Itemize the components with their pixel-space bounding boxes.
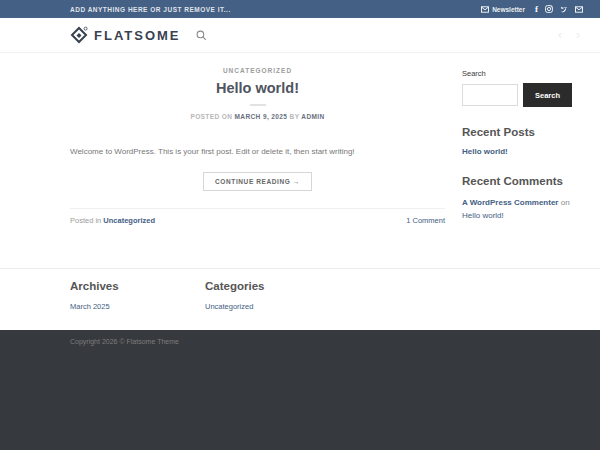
post-footer-meta: Posted in Uncategorized 1 Comment <box>70 208 445 225</box>
topbar-right: Newsletter f <box>481 5 583 13</box>
topbar: ADD ANYTHING HERE OR JUST REMOVE IT... N… <box>0 0 600 18</box>
posted-in: Posted in Uncategorized <box>70 216 155 225</box>
meta-prefix: POSTED ON <box>190 113 232 120</box>
recent-posts-title: Recent Posts <box>462 126 575 138</box>
recent-comments-title: Recent Comments <box>462 175 575 187</box>
facebook-icon[interactable]: f <box>535 6 538 13</box>
footer-widgets: Archives March 2025 Categories Uncategor… <box>0 268 600 330</box>
commenter-link[interactable]: A WordPress Commenter <box>462 198 558 207</box>
meta-date-link[interactable]: MARCH 9, 2025 <box>235 113 288 120</box>
recent-comment-item: A WordPress Commenter on Hello world! <box>462 196 575 222</box>
newsletter-link[interactable]: Newsletter <box>481 6 525 13</box>
instagram-icon[interactable] <box>545 5 553 13</box>
topbar-message: ADD ANYTHING HERE OR JUST REMOVE IT... <box>70 6 231 13</box>
post-category: UNCATEGORIZED <box>70 67 445 74</box>
search-submit-button[interactable]: Search <box>523 83 572 107</box>
twitter-icon[interactable] <box>560 6 568 13</box>
recent-post-link[interactable]: Hello world! <box>462 147 575 156</box>
posted-in-category-link[interactable]: Uncategorized <box>103 216 155 225</box>
title-divider <box>250 104 266 106</box>
posted-in-label: Posted in <box>70 216 103 225</box>
sidebar: Search Search Recent Posts Hello world! … <box>462 53 575 268</box>
search-input[interactable] <box>462 84 518 106</box>
newsletter-label: Newsletter <box>492 6 525 13</box>
search-widget-label: Search <box>462 69 575 78</box>
next-arrow-icon[interactable]: › <box>576 28 580 42</box>
post-title[interactable]: Hello world! <box>70 80 445 96</box>
continue-reading-button[interactable]: CONTINUE READING → <box>203 172 312 191</box>
envelope-icon <box>481 6 489 13</box>
categories-title: Categories <box>205 280 264 292</box>
comments-link[interactable]: 1 Comment <box>406 216 445 225</box>
header-nav-arrows: ‹ › <box>558 28 580 42</box>
categories-widget: Categories Uncategorized <box>205 280 264 330</box>
commented-post-link[interactable]: Hello world! <box>462 211 504 220</box>
email-icon[interactable] <box>575 6 583 13</box>
post-article: UNCATEGORIZED Hello world! POSTED ON MAR… <box>70 53 445 268</box>
meta-author-link[interactable]: ADMIN <box>301 113 324 120</box>
archives-widget: Archives March 2025 <box>70 280 205 330</box>
site-title: FLATSOME <box>94 28 181 43</box>
search-icon[interactable] <box>196 30 207 41</box>
main-area: UNCATEGORIZED Hello world! POSTED ON MAR… <box>0 53 600 268</box>
flatsome-logo-icon <box>70 26 89 45</box>
post-meta: POSTED ON MARCH 9, 2025 BY ADMIN <box>70 113 445 120</box>
meta-by: BY <box>290 113 300 120</box>
post-excerpt: Welcome to WordPress. This is your first… <box>70 146 445 157</box>
site-header: FLATSOME ‹ › <box>0 18 600 53</box>
category-link[interactable]: Uncategorized <box>205 302 264 311</box>
social-icons: f <box>535 5 583 13</box>
prev-arrow-icon[interactable]: ‹ <box>558 28 562 42</box>
archives-title: Archives <box>70 280 205 292</box>
site-logo[interactable]: FLATSOME <box>70 26 181 45</box>
search-form: Search <box>462 83 575 107</box>
comment-on-text: on <box>558 198 569 207</box>
archive-link[interactable]: March 2025 <box>70 302 205 311</box>
copyright-text: Copyright 2026 © Flatsome Theme <box>70 338 575 345</box>
absolute-footer: Copyright 2026 © Flatsome Theme <box>0 330 600 450</box>
